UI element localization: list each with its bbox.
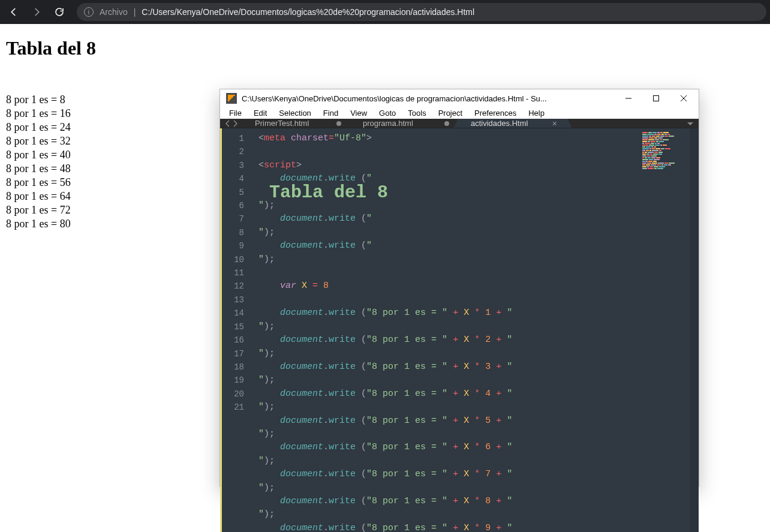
window-title: C:\Users\Kenya\OneDrive\Documentos\logic… [242, 94, 547, 103]
back-button[interactable] [4, 3, 24, 21]
menu-goto[interactable]: Goto [374, 107, 401, 119]
browser-toolbar: i Archivo | C:/Users/Kenya/OneDrive/Docu… [0, 0, 770, 24]
page-title: Tabla del 8 [6, 37, 764, 59]
tab-bar: PrimerTest.htmlprograma.htmlactividades.… [220, 119, 699, 128]
line-number: 12 [220, 279, 251, 293]
tab-history-nav[interactable] [220, 119, 243, 128]
minimap[interactable] [636, 128, 690, 532]
address-bar[interactable]: i Archivo | C:/Users/Kenya/OneDrive/Docu… [77, 3, 766, 21]
line-number: 14 [220, 306, 251, 320]
line-number: 10 [220, 253, 251, 266]
vertical-scrollbar[interactable] [690, 128, 699, 532]
line-number: 19 [220, 374, 251, 387]
tab-label: PrimerTest.html [255, 119, 309, 128]
menu-bar: FileEditSelectionFindViewGotoToolsProjec… [220, 107, 699, 119]
line-number: 5 [220, 186, 251, 199]
line-number: 3 [220, 159, 251, 172]
line-number: 17 [220, 347, 251, 360]
menu-tools[interactable]: Tools [402, 107, 431, 119]
maximize-button[interactable] [642, 89, 670, 107]
site-info-icon[interactable]: i [84, 7, 94, 17]
line-number: 2 [220, 145, 251, 158]
code-content[interactable]: <meta charset="Uf-8"> <script> document.… [251, 128, 636, 532]
window-titlebar[interactable]: C:\Users\Kenya\OneDrive\Documentos\logic… [220, 89, 699, 107]
menu-help[interactable]: Help [523, 107, 550, 119]
tab-overflow-button[interactable] [682, 119, 699, 128]
line-gutter: 123456789101112131415161718192021 [220, 128, 251, 532]
reload-button[interactable] [49, 3, 70, 21]
app-icon [226, 93, 237, 104]
menu-project[interactable]: Project [433, 107, 468, 119]
line-number: 9 [220, 239, 251, 253]
dirty-indicator-icon [444, 121, 449, 126]
menu-preferences[interactable]: Preferences [469, 107, 522, 119]
line-number: 15 [220, 320, 251, 333]
tab-label: actividades.Html [471, 119, 528, 128]
line-number: 18 [220, 360, 251, 374]
forward-button[interactable] [26, 3, 47, 21]
line-number: 8 [220, 226, 251, 239]
line-number: 11 [220, 266, 251, 279]
editor-area: 123456789101112131415161718192021 <meta … [220, 128, 699, 532]
sublime-window: C:\Users\Kenya\OneDrive\Documentos\logic… [219, 89, 699, 487]
line-number: 7 [220, 212, 251, 226]
line-number: 4 [220, 172, 251, 185]
tab-primertest.html[interactable]: PrimerTest.html [243, 119, 351, 128]
url-prefix: Archivo [100, 7, 128, 17]
menu-find[interactable]: Find [318, 107, 344, 119]
menu-file[interactable]: File [224, 107, 247, 119]
close-button[interactable] [670, 89, 697, 107]
line-number: 1 [220, 132, 251, 145]
menu-edit[interactable]: Edit [248, 107, 272, 119]
svg-rect-1 [654, 96, 659, 101]
tab-actividades.html[interactable]: actividades.Html× [459, 119, 567, 128]
url-path: C:/Users/Kenya/OneDrive/Documentos/logic… [142, 7, 474, 17]
line-number: 20 [220, 387, 251, 401]
menu-selection[interactable]: Selection [273, 107, 316, 119]
close-icon[interactable]: × [552, 119, 557, 128]
tab-programa.html[interactable]: programa.html [351, 119, 459, 128]
line-number: 6 [220, 199, 251, 212]
url-separator: | [134, 7, 136, 17]
line-number: 16 [220, 333, 251, 347]
dirty-indicator-icon [336, 121, 341, 126]
minimize-button[interactable] [615, 89, 642, 107]
tab-label: programa.html [363, 119, 413, 128]
line-number: 13 [220, 293, 251, 306]
line-number: 21 [220, 401, 251, 414]
menu-view[interactable]: View [345, 107, 372, 119]
